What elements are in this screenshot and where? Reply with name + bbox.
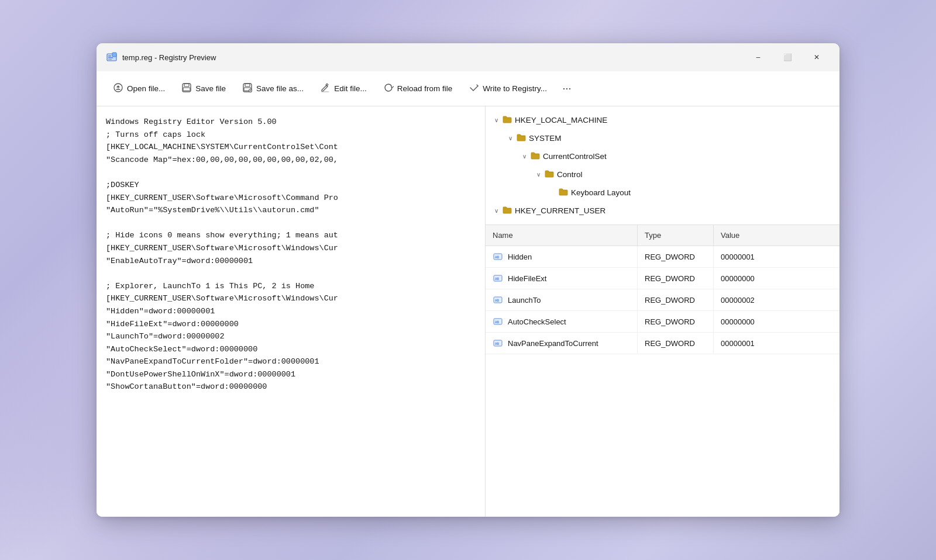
registry-panel: ∨ HKEY_LOCAL_MACHINE∨ SYSTEM∨ CurrentCon… <box>486 106 839 517</box>
folder-icon <box>516 132 526 144</box>
table-header-cell: Value <box>714 225 839 246</box>
tree-item[interactable]: ∨ Control <box>486 165 839 184</box>
table-cell-name: AB AutoCheckSelect <box>486 311 638 332</box>
table-cell-name-text: NavPaneExpandToCurrent <box>508 339 598 348</box>
table-row[interactable]: AB HiddenREG_DWORD00000001 <box>486 246 839 268</box>
minimize-button[interactable]: – <box>745 48 772 67</box>
open-file-icon <box>113 82 123 95</box>
table-cell-type: REG_DWORD <box>638 268 714 289</box>
tree-item-label: HKEY_CURRENT_USER <box>515 206 605 215</box>
folder-icon <box>530 150 541 163</box>
table-cell-value: 00000000 <box>714 311 839 332</box>
table-row[interactable]: AB HideFileExtREG_DWORD00000000 <box>486 268 839 289</box>
tree-item-label: CurrentControlSet <box>543 152 607 161</box>
table-cell-name-text: Hidden <box>508 253 532 261</box>
folder-icon <box>558 186 569 199</box>
more-options-icon: ··· <box>562 82 571 95</box>
registry-table[interactable]: NameTypeValue AB HiddenREG_DWORD00000001… <box>486 225 839 517</box>
editor-content: Windows Registry Editor Version 5.00 ; T… <box>106 116 476 393</box>
open-file-button[interactable]: Open file... <box>106 79 172 98</box>
save-file-label: Save file <box>195 84 226 93</box>
reg-dword-icon: AB <box>493 295 503 305</box>
reload-icon <box>383 82 394 95</box>
table-cell-type: REG_DWORD <box>638 246 714 267</box>
reg-dword-icon: AB <box>493 273 503 284</box>
table-header-cell: Name <box>486 225 638 246</box>
table-row[interactable]: AB LaunchToREG_DWORD00000002 <box>486 289 839 311</box>
svg-text:AB: AB <box>495 298 500 302</box>
window-title: temp.reg - Registry Preview <box>122 53 216 62</box>
tree-item[interactable]: ∨ HKEY_LOCAL_MACHINE <box>486 111 839 129</box>
write-to-registry-button[interactable]: Write to Registry... <box>462 79 554 98</box>
folder-icon <box>502 114 512 126</box>
main-window: temp.reg - Registry Preview – ⬜ ✕ Open f… <box>97 43 839 517</box>
tree-item-label: HKEY_LOCAL_MACHINE <box>515 116 607 125</box>
titlebar-controls: – ⬜ ✕ <box>745 48 830 67</box>
tree-chevron-icon: ∨ <box>521 153 528 160</box>
edit-file-icon <box>320 82 331 95</box>
table-cell-name-text: LaunchTo <box>508 296 541 305</box>
edit-file-label: Edit file... <box>334 84 367 93</box>
content-area: Windows Registry Editor Version 5.00 ; T… <box>97 106 839 517</box>
table-cell-name-text: HideFileExt <box>508 274 546 283</box>
tree-item-label: Keyboard Layout <box>571 188 631 197</box>
svg-text:AB: AB <box>495 341 500 345</box>
table-header: NameTypeValue <box>486 225 839 246</box>
save-file-button[interactable]: Save file <box>174 79 233 98</box>
close-button[interactable]: ✕ <box>803 48 830 67</box>
table-cell-type: REG_DWORD <box>638 311 714 332</box>
svg-rect-3 <box>108 57 113 58</box>
reg-dword-icon: AB <box>493 251 503 262</box>
tree-item-label: SYSTEM <box>529 134 562 143</box>
folder-icon <box>502 205 512 217</box>
tree-item[interactable]: ∨ CurrentControlSet <box>486 147 839 165</box>
table-cell-name: AB Hidden <box>486 246 638 267</box>
table-cell-type: REG_DWORD <box>638 333 714 354</box>
tree-item[interactable]: ∨ HKEY_CURRENT_USER <box>486 202 839 220</box>
table-row[interactable]: AB NavPaneExpandToCurrentREG_DWORD000000… <box>486 333 839 354</box>
table-cell-name: AB LaunchTo <box>486 289 638 310</box>
tree-chevron-icon: ∨ <box>493 117 500 123</box>
reg-dword-icon: AB <box>493 338 503 348</box>
table-cell-value: 00000000 <box>714 268 839 289</box>
titlebar-left: temp.reg - Registry Preview <box>106 51 216 63</box>
table-cell-name: AB HideFileExt <box>486 268 638 289</box>
table-header-cell: Type <box>638 225 714 246</box>
tree-item[interactable]: ∨ SYSTEM <box>486 129 839 147</box>
svg-rect-5 <box>112 53 116 57</box>
table-cell-name: AB NavPaneExpandToCurrent <box>486 333 638 354</box>
tree-item-label: Control <box>557 170 583 179</box>
editor-panel[interactable]: Windows Registry Editor Version 5.00 ; T… <box>97 106 486 517</box>
reload-from-file-label: Reload from file <box>397 84 453 93</box>
svg-rect-12 <box>245 84 250 87</box>
write-to-registry-label: Write to Registry... <box>483 84 547 93</box>
app-icon <box>106 51 118 63</box>
edit-file-button[interactable]: Edit file... <box>313 79 374 98</box>
table-body: AB HiddenREG_DWORD00000001 AB HideFileEx… <box>486 246 839 354</box>
save-file-icon <box>181 82 192 95</box>
table-cell-value: 00000002 <box>714 289 839 310</box>
toolbar: Open file... Save file <box>97 71 839 106</box>
svg-rect-4 <box>108 59 112 60</box>
svg-rect-10 <box>183 88 190 91</box>
table-cell-type: REG_DWORD <box>638 289 714 310</box>
save-file-as-button[interactable]: Save file as... <box>235 79 311 98</box>
tree-chevron-icon: ∨ <box>493 208 500 214</box>
folder-icon <box>544 168 555 181</box>
reload-from-file-button[interactable]: Reload from file <box>376 79 460 98</box>
more-options-button[interactable]: ··· <box>556 78 577 99</box>
maximize-button[interactable]: ⬜ <box>774 48 801 67</box>
save-file-as-icon <box>242 82 253 95</box>
reg-dword-icon: AB <box>493 316 503 327</box>
write-to-registry-icon <box>469 82 479 95</box>
titlebar: temp.reg - Registry Preview – ⬜ ✕ <box>97 43 839 71</box>
svg-rect-9 <box>184 84 189 87</box>
table-cell-value: 00000001 <box>714 333 839 354</box>
save-file-as-label: Save file as... <box>256 84 304 93</box>
table-cell-name-text: AutoCheckSelect <box>508 317 566 326</box>
svg-text:AB: AB <box>495 320 500 324</box>
open-file-label: Open file... <box>127 84 165 93</box>
tree-item[interactable]: Keyboard Layout <box>486 184 839 202</box>
tree-view: ∨ HKEY_LOCAL_MACHINE∨ SYSTEM∨ CurrentCon… <box>486 106 839 224</box>
table-row[interactable]: AB AutoCheckSelectREG_DWORD00000000 <box>486 311 839 333</box>
